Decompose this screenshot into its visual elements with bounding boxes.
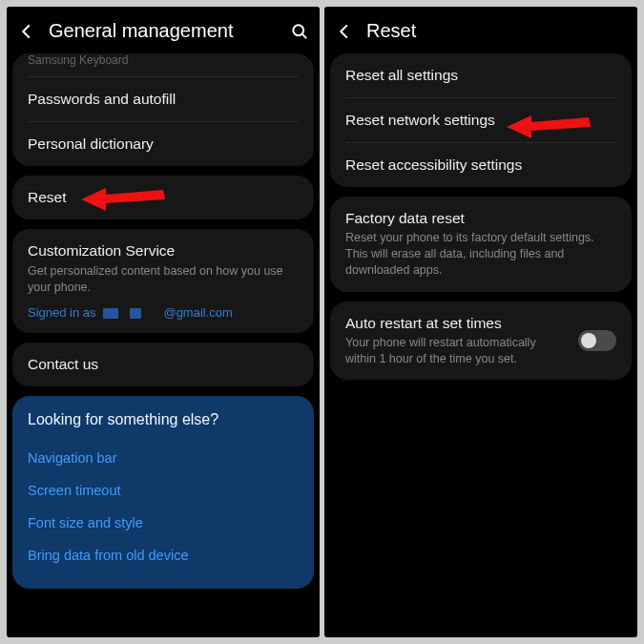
suggestion-link-navigation-bar[interactable]: Navigation bar — [28, 442, 299, 474]
settings-group-keyboard: Samsung Keyboard Passwords and autofill … — [12, 53, 314, 166]
auto-restart-desc: Your phone will restart automatically wi… — [345, 335, 569, 367]
auto-restart-title: Auto restart at set times — [345, 315, 569, 332]
search-icon[interactable] — [289, 21, 310, 42]
list-item-reset-accessibility[interactable]: Reset accessibility settings — [330, 143, 632, 187]
signed-in-status: Signed in as @gmail.com — [12, 305, 314, 333]
customization-title: Customization Service — [12, 229, 314, 263]
list-item-reset[interactable]: Reset — [12, 176, 314, 219]
suggestions-card: Looking for something else? Navigation b… — [12, 396, 314, 589]
suggestion-link-font-size[interactable]: Font size and style — [28, 507, 299, 539]
list-item-reset-network[interactable]: Reset network settings — [330, 98, 632, 142]
back-icon[interactable] — [16, 21, 37, 42]
settings-group-contact: Contact us — [12, 343, 314, 386]
list-item-reset-all[interactable]: Reset all settings — [330, 53, 632, 97]
list-item-passwords[interactable]: Passwords and autofill — [12, 77, 314, 121]
auto-restart-toggle[interactable] — [578, 330, 616, 351]
suggestions-title: Looking for something else? — [28, 411, 299, 428]
suggestion-link-screen-timeout[interactable]: Screen timeout — [28, 474, 299, 507]
auto-restart-card: Auto restart at set times Your phone wil… — [330, 301, 632, 381]
factory-reset-desc: Reset your phone to its factory default … — [345, 230, 616, 279]
header: Reset — [330, 7, 632, 53]
list-item-samsung-keyboard[interactable]: Samsung Keyboard — [12, 53, 314, 76]
redacted-text — [103, 308, 118, 319]
header: General management — [12, 7, 314, 53]
back-icon[interactable] — [334, 21, 355, 42]
reset-options-group: Reset all settings Reset network setting… — [330, 53, 632, 187]
page-title: Reset — [366, 20, 628, 42]
page-title: General management — [49, 20, 278, 42]
customization-service-card[interactable]: Customization Service Get personalized c… — [12, 229, 314, 333]
auto-restart-item[interactable]: Auto restart at set times Your phone wil… — [345, 315, 569, 367]
redacted-text — [130, 308, 141, 319]
factory-reset-card[interactable]: Factory data reset Reset your phone to i… — [330, 197, 632, 292]
list-item-personal-dictionary[interactable]: Personal dictionary — [12, 122, 314, 166]
settings-group-reset: Reset — [12, 176, 314, 219]
suggestion-link-bring-data[interactable]: Bring data from old device — [28, 539, 299, 571]
general-management-screen: General management Samsung Keyboard Pass… — [7, 7, 320, 637]
list-item-contact-us[interactable]: Contact us — [12, 343, 314, 386]
reset-screen: Reset Reset all settings Reset network s… — [324, 7, 637, 637]
svg-line-1 — [302, 33, 306, 37]
customization-subtitle: Get personalized content based on how yo… — [12, 263, 314, 305]
factory-reset-title: Factory data reset — [345, 210, 616, 227]
